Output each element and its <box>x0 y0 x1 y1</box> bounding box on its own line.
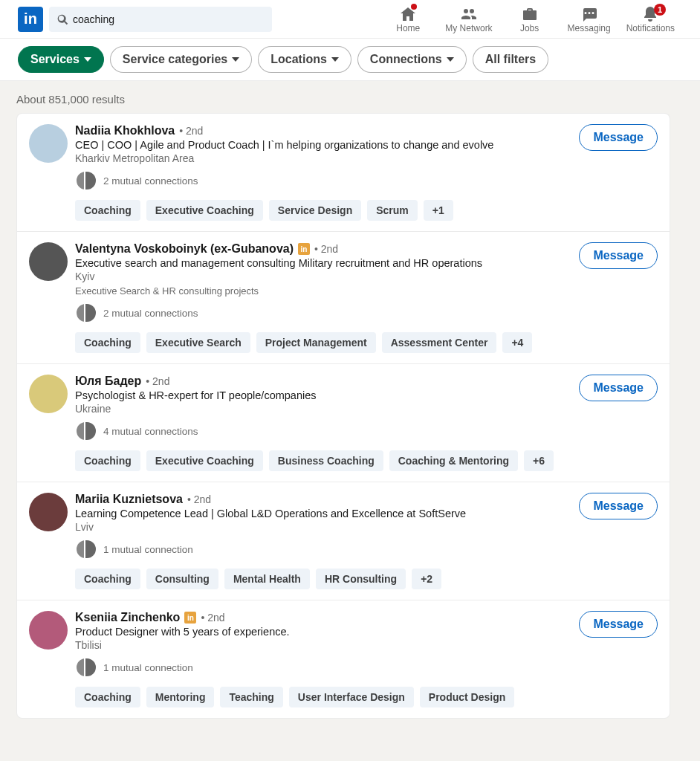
result-row: Юля Бадер • 2ndPsychologist & HR-expert … <box>17 364 670 482</box>
mutual-connections[interactable]: 1 mutual connection <box>75 657 571 678</box>
nav-messaging[interactable]: Messaging <box>560 5 619 33</box>
result-name[interactable]: Nadiia Khokhlova <box>75 124 175 137</box>
notif-badge: 1 <box>654 4 666 16</box>
service-tag[interactable]: Executive Search <box>146 332 250 353</box>
message-button[interactable]: Message <box>579 375 658 401</box>
result-body: Юля Бадер • 2ndPsychologist & HR-expert … <box>75 375 571 471</box>
service-tag[interactable]: +1 <box>424 200 453 221</box>
message-button[interactable]: Message <box>579 611 658 638</box>
result-row: Kseniia Zinchenkoin • 2ndProduct Designe… <box>17 600 670 718</box>
connection-degree: • 2nd <box>146 375 169 387</box>
tags: CoachingExecutive CoachingService Design… <box>75 200 571 221</box>
mutual-text: 1 mutual connection <box>103 662 193 673</box>
avatar-pile-icon <box>75 539 97 560</box>
headline: Psychologist & HR-expert for IT people/c… <box>75 389 571 401</box>
connection-degree: • 2nd <box>201 612 224 624</box>
result-name[interactable]: Mariia Kuznietsova <box>75 493 183 506</box>
avatar[interactable] <box>29 611 68 650</box>
messaging-icon <box>580 5 598 23</box>
result-body: Mariia Kuznietsova • 2ndLearning Compete… <box>75 493 571 589</box>
nav-notifications-label: Notifications <box>626 23 675 33</box>
avatar-pile-icon <box>75 302 97 323</box>
nav-network[interactable]: My Network <box>438 5 499 33</box>
results-count: About 851,000 results <box>16 93 684 106</box>
headline: Executive search and management consulti… <box>75 257 571 269</box>
location: Tbilisi <box>75 639 571 651</box>
service-tag[interactable]: Mentoring <box>146 687 215 707</box>
service-tag[interactable]: HR Consulting <box>316 569 406 589</box>
caret-icon <box>331 57 339 62</box>
service-tag[interactable]: Project Management <box>256 332 376 353</box>
headline: Learning Competence Lead | Global L&D Op… <box>75 508 571 519</box>
headline: CEO | COO | Agile and Product Coach | I`… <box>75 139 571 151</box>
headline: Product Designer with 5 years of experie… <box>75 626 571 638</box>
avatar[interactable] <box>29 124 68 163</box>
filter-services[interactable]: Services <box>18 46 104 73</box>
filter-locations[interactable]: Locations <box>258 46 351 73</box>
service-tag[interactable]: Teaching <box>220 687 282 707</box>
premium-badge-icon: in <box>184 612 196 624</box>
service-tag[interactable]: Coaching <box>75 200 140 221</box>
avatar[interactable] <box>29 375 68 413</box>
service-tag[interactable]: Business Coaching <box>269 450 383 471</box>
location: Ukraine <box>75 403 571 415</box>
home-dot-badge <box>411 4 417 10</box>
location: Kyiv <box>75 271 571 282</box>
service-tag[interactable]: Coaching <box>75 332 140 353</box>
filter-bar: Services Service categories Locations Co… <box>0 39 700 81</box>
service-tag[interactable]: Scrum <box>367 200 418 221</box>
search-icon <box>56 13 68 25</box>
nav-home-label: Home <box>396 23 420 33</box>
service-tag[interactable]: Coaching <box>75 450 140 471</box>
message-button[interactable]: Message <box>579 242 658 269</box>
mutual-connections[interactable]: 4 mutual connections <box>75 421 571 441</box>
result-row: Nadiia Khokhlova • 2ndCEO | COO | Agile … <box>17 114 670 232</box>
header: in Home My Network Jobs Messaging 1 Noti… <box>0 0 700 39</box>
service-tag[interactable]: Consulting <box>146 569 218 589</box>
mutual-connections[interactable]: 2 mutual connections <box>75 302 571 323</box>
service-tag[interactable]: Service Design <box>269 200 361 221</box>
service-tag[interactable]: User Interface Design <box>289 687 414 707</box>
mutual-connections[interactable]: 2 mutual connections <box>75 170 571 191</box>
service-tag[interactable]: Mental Health <box>224 569 310 589</box>
service-tag[interactable]: Executive Coaching <box>146 450 263 471</box>
service-tag[interactable]: Executive Coaching <box>146 200 263 221</box>
result-name[interactable]: Kseniia Zinchenko <box>75 611 180 624</box>
filter-connections[interactable]: Connections <box>357 46 467 73</box>
service-tag[interactable]: Coaching <box>75 569 140 589</box>
mutual-text: 1 mutual connection <box>103 544 193 555</box>
service-tag[interactable]: Assessment Center <box>382 332 497 353</box>
service-tag[interactable]: +2 <box>412 569 441 589</box>
jobs-icon <box>521 5 539 23</box>
message-button[interactable]: Message <box>579 124 658 151</box>
premium-badge-icon: in <box>298 243 310 255</box>
nav-jobs[interactable]: Jobs <box>500 5 560 33</box>
filter-all[interactable]: All filters <box>473 46 548 73</box>
avatar[interactable] <box>29 242 68 281</box>
avatar-pile-icon <box>75 170 97 191</box>
caret-icon <box>232 57 239 62</box>
nav-jobs-label: Jobs <box>520 23 539 33</box>
linkedin-logo[interactable]: in <box>18 7 43 32</box>
service-tag[interactable]: Coaching & Mentoring <box>389 450 518 471</box>
mutual-connections[interactable]: 1 mutual connection <box>75 539 571 560</box>
service-tag[interactable]: +6 <box>524 450 554 471</box>
result-name[interactable]: Valentyna Voskoboinyk (ex-Gubanova) <box>75 242 294 256</box>
filter-categories[interactable]: Service categories <box>110 46 252 73</box>
message-button[interactable]: Message <box>579 493 658 519</box>
nav-notifications[interactable]: 1 Notifications <box>619 5 682 33</box>
service-tag[interactable]: Product Design <box>420 687 514 707</box>
avatar[interactable] <box>29 493 68 531</box>
connection-degree: • 2nd <box>187 493 211 505</box>
connection-degree: • 2nd <box>179 125 203 137</box>
mutual-text: 2 mutual connections <box>103 175 198 187</box>
service-tag[interactable]: Coaching <box>75 687 140 707</box>
search-input[interactable] <box>73 13 265 25</box>
nav-home[interactable]: Home <box>378 5 438 33</box>
result-body: Nadiia Khokhlova • 2ndCEO | COO | Agile … <box>75 124 571 221</box>
results-card: Nadiia Khokhlova • 2ndCEO | COO | Agile … <box>16 113 670 719</box>
result-name[interactable]: Юля Бадер <box>75 375 141 388</box>
search-box[interactable] <box>49 7 272 32</box>
result-body: Kseniia Zinchenkoin • 2ndProduct Designe… <box>75 611 571 707</box>
service-tag[interactable]: +4 <box>502 332 532 353</box>
